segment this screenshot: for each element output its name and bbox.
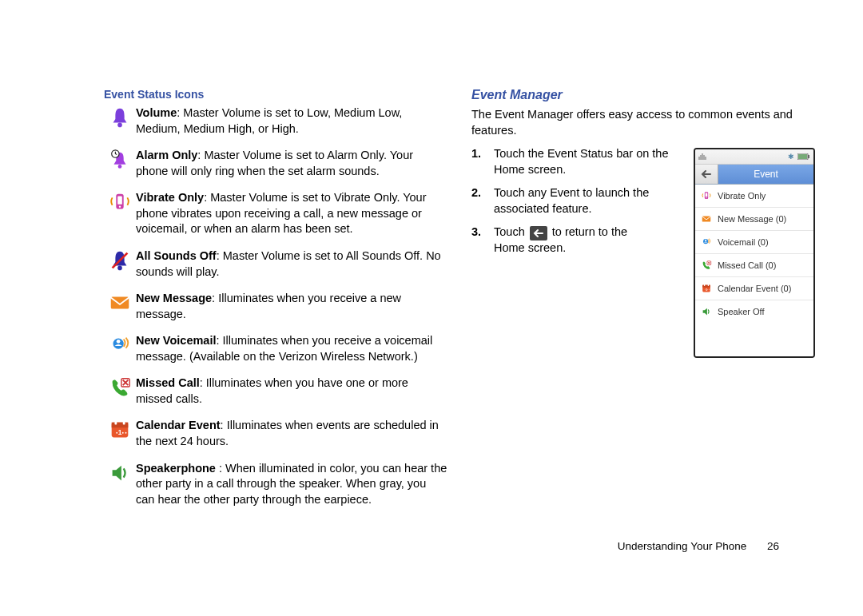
svg-rect-21	[808, 155, 809, 158]
svg-point-17	[116, 432, 117, 434]
phone-event-label: Vibrate Only	[718, 191, 766, 201]
footer-section: Understanding Your Phone	[618, 540, 746, 552]
svg-point-19	[125, 432, 127, 434]
icon-description-text: Calendar Event: Illuminates when events …	[136, 418, 447, 449]
icon-description-row: Speakerphone : When illuminated in color…	[104, 461, 447, 508]
svg-point-28	[705, 240, 706, 241]
event-manager-heading: Event Manager	[471, 88, 815, 102]
speakerphone-icon	[700, 305, 713, 318]
new-voicemail-icon	[104, 333, 136, 357]
icon-description-text: Missed Call: Illuminates when you have o…	[136, 376, 447, 407]
step-number: 3.	[471, 225, 494, 240]
volume-bell-icon	[104, 105, 136, 129]
phone-event-label: Speaker Off	[718, 307, 765, 316]
svg-rect-8	[111, 297, 129, 309]
event-status-icons-heading: Event Status Icons	[104, 88, 447, 101]
step-number: 2.	[471, 185, 494, 201]
missed-call-icon	[700, 259, 713, 272]
svg-point-25	[706, 197, 706, 198]
left-column: Event Status Icons Volume: Master Volume…	[104, 88, 447, 519]
icon-description-text: Alarm Only: Master Volume is set to Alar…	[136, 148, 447, 179]
step-3-text: Touch to return to the Home screen.	[494, 225, 654, 256]
phone-event-row[interactable]: 1Calendar Event (0)	[695, 277, 813, 300]
sounds-off-icon	[104, 248, 136, 272]
icon-description-row: All Sounds Off: Master Volume is set to …	[104, 248, 447, 280]
svg-point-35	[705, 289, 706, 290]
phone-event-row[interactable]: Speaker Off	[695, 300, 813, 323]
phone-event-label: Voicemail (0)	[718, 237, 769, 247]
svg-point-0	[117, 123, 122, 128]
alarm-only-icon	[104, 148, 136, 172]
signal-icon	[698, 153, 706, 161]
page-footer: Understanding Your Phone 26	[618, 540, 779, 552]
right-column: Event Manager The Event Manager offers e…	[471, 88, 815, 519]
step-1-text: Touch the Event Status bar on the Home s…	[494, 146, 686, 177]
phone-event-label: Missed Call (0)	[718, 260, 776, 270]
icon-description-row: 1Calendar Event: Illuminates when events…	[104, 418, 447, 449]
phone-title: Event	[718, 165, 813, 184]
phone-event-label: New Message (0)	[718, 214, 786, 224]
svg-text:1: 1	[118, 428, 122, 436]
icon-description-row: Volume: Master Volume is set to Low, Med…	[104, 105, 447, 137]
calendar-event-icon: 1	[700, 282, 713, 295]
icon-description-text: Speakerphone : When illuminated in color…	[136, 461, 447, 508]
step-2-text: Touch any Event to launch the associated…	[494, 185, 654, 217]
phone-event-row[interactable]: New Message (0)	[695, 208, 813, 231]
icon-description-text: All Sounds Off: Master Volume is set to …	[136, 248, 447, 280]
event-manager-intro: The Event Manager offers easy access to …	[471, 107, 815, 138]
svg-point-10	[117, 340, 121, 344]
svg-point-6	[117, 266, 122, 271]
battery-icon	[797, 153, 810, 160]
svg-rect-26	[702, 217, 711, 222]
bluetooth-icon: ✱	[788, 153, 794, 161]
svg-point-1	[118, 165, 122, 169]
svg-point-36	[707, 289, 708, 290]
icon-description-text: Vibrate Only: Master Volume is set to Vi…	[136, 190, 447, 237]
icon-description-text: New Voicemail: Illuminates when you rece…	[136, 333, 447, 364]
svg-rect-32	[704, 284, 705, 286]
svg-point-37	[709, 289, 710, 290]
svg-rect-22	[798, 154, 807, 159]
svg-rect-13	[112, 423, 129, 428]
icon-description-row: Missed Call: Illuminates when you have o…	[104, 376, 447, 407]
phone-event-label: Calendar Event (0)	[718, 284, 791, 293]
phone-event-row[interactable]: Missed Call (0)	[695, 254, 813, 277]
icon-descriptions-list: Volume: Master Volume is set to Low, Med…	[104, 105, 447, 507]
phone-status-bar: ✱	[695, 149, 813, 165]
svg-point-5	[119, 206, 121, 208]
icon-description-text: Volume: Master Volume is set to Low, Med…	[136, 105, 447, 137]
vibrate-only-icon	[104, 190, 136, 214]
phone-event-row[interactable]: Voicemail (0)	[695, 231, 813, 254]
new-message-icon	[700, 213, 713, 225]
phone-event-row[interactable]: Vibrate Only	[695, 185, 813, 208]
new-message-icon	[104, 291, 136, 315]
phone-back-button[interactable]	[695, 165, 718, 184]
speakerphone-icon	[104, 461, 136, 485]
svg-rect-15	[123, 420, 125, 425]
return-arrow-icon	[530, 226, 547, 240]
calendar-event-icon: 1	[104, 418, 136, 442]
svg-rect-33	[708, 284, 709, 286]
step-number: 1.	[471, 146, 494, 162]
svg-point-18	[122, 432, 124, 434]
icon-description-row: Alarm Only: Master Volume is set to Alar…	[104, 148, 447, 179]
icon-description-row: New Voicemail: Illuminates when you rece…	[104, 333, 447, 364]
svg-rect-24	[706, 193, 708, 197]
icon-description-row: New Message: Illuminates when you receiv…	[104, 291, 447, 322]
missed-call-icon	[104, 376, 136, 399]
svg-rect-4	[117, 197, 122, 205]
phone-mockup: ✱ Event Vibrate OnlyNew Message (0)Voice…	[694, 148, 815, 358]
new-voicemail-icon	[700, 236, 713, 248]
icon-description-text: New Message: Illuminates when you receiv…	[136, 291, 447, 322]
footer-page-number: 26	[767, 540, 779, 552]
vibrate-only-icon	[700, 189, 713, 202]
icon-description-row: Vibrate Only: Master Volume is set to Vi…	[104, 190, 447, 237]
svg-rect-14	[114, 420, 117, 425]
